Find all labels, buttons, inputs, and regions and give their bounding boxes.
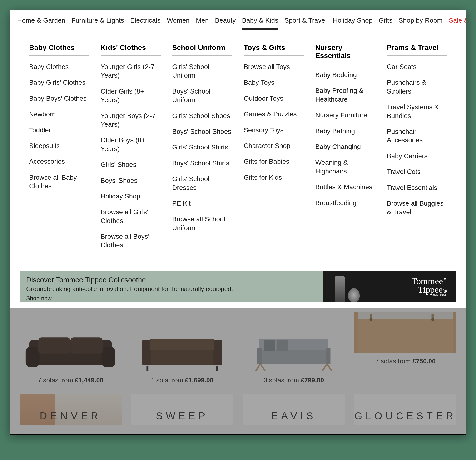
mega-link[interactable]: Browse all Girls' Clothes	[101, 208, 161, 225]
mega-link[interactable]: Baby Bedding	[315, 71, 375, 79]
nav-holiday-shop[interactable]: Holiday Shop	[333, 17, 373, 24]
mega-link[interactable]: Browse all School Uniform	[172, 215, 232, 232]
mega-col-baby-clothes: Baby Clothes Baby Clothes Baby Girls' Cl…	[29, 43, 89, 257]
mega-link[interactable]: Travel Cots	[387, 168, 447, 176]
nav-sale-offers[interactable]: Sale & Offers	[449, 17, 467, 24]
mega-link[interactable]: Boys' School Shirts	[172, 159, 232, 168]
nav-furniture-lights[interactable]: Furniture & Lights	[71, 17, 124, 24]
mega-link[interactable]: Gifts for Kids	[244, 173, 304, 182]
mega-link[interactable]: Games & Puzzles	[244, 110, 304, 119]
mega-heading: Prams & Travel	[387, 43, 447, 56]
mega-link[interactable]: Pushchair Accessories	[387, 127, 447, 145]
mega-link[interactable]: Car Seats	[387, 63, 447, 71]
mega-col-toys-gifts: Toys & Gifts Browse all Toys Baby Toys O…	[244, 43, 304, 257]
mega-link[interactable]: Breastfeeding	[315, 199, 375, 207]
mega-link[interactable]: PE Kit	[172, 199, 232, 208]
promo-shop-now-link[interactable]: Shop now	[26, 295, 52, 301]
mega-heading: Nursery Essentials	[315, 43, 375, 64]
nav-shop-by-room[interactable]: Shop by Room	[399, 17, 443, 24]
mega-heading: Baby Clothes	[29, 43, 89, 56]
mega-link[interactable]: Girls' School Shoes	[172, 112, 232, 120]
promo-image: Tommee✦ Tippee® BORN 1965	[323, 271, 457, 302]
nav-men[interactable]: Men	[196, 17, 209, 24]
mega-col-prams-travel: Prams & Travel Car Seats Pushchairs & St…	[387, 43, 447, 257]
nav-baby-kids[interactable]: Baby & Kids	[242, 17, 279, 24]
mega-link[interactable]: Baby Clothes	[29, 63, 89, 71]
mega-link[interactable]: Baby Changing	[315, 143, 375, 151]
nav-women[interactable]: Women	[167, 17, 190, 24]
mega-heading: Toys & Gifts	[244, 43, 304, 56]
mega-link[interactable]: Gifts for Babies	[244, 157, 304, 166]
mega-link[interactable]: Browse all Baby Clothes	[29, 173, 89, 191]
mega-link[interactable]: Baby Girls' Clothes	[29, 78, 89, 87]
mega-link[interactable]: Girls' School Shirts	[172, 143, 232, 152]
nav-beauty[interactable]: Beauty	[215, 17, 236, 24]
dimming-overlay	[10, 308, 466, 434]
mega-col-school-uniform: School Uniform Girls' School Uniform Boy…	[172, 43, 232, 257]
promo-text: Discover Tommee Tippee Colicsoothe Groun…	[19, 271, 323, 302]
mega-link[interactable]: Newborn	[29, 110, 89, 119]
mega-link[interactable]: Older Boys (8+ Years)	[101, 136, 161, 153]
promo-brand-logo: Tommee✦ Tippee® BORN 1965	[411, 277, 447, 296]
page-window: Home & Garden Furniture & Lights Electri…	[9, 9, 467, 434]
mega-col-kids-clothes: Kids' Clothes Younger Girls (2-7 Years) …	[101, 43, 161, 257]
mega-link[interactable]: Boys' School Shoes	[172, 127, 232, 136]
mega-heading: School Uniform	[172, 43, 232, 56]
mega-link[interactable]: Character Shop	[244, 142, 304, 150]
nav-home-garden[interactable]: Home & Garden	[17, 17, 65, 24]
mega-link[interactable]: Browse all Boys' Clothes	[101, 232, 161, 250]
mega-link[interactable]: Boys' School Uniform	[172, 87, 232, 104]
mega-link[interactable]: Baby Carriers	[387, 152, 447, 160]
mega-link[interactable]: Baby Bathing	[315, 127, 375, 136]
mega-link[interactable]: Outdoor Toys	[244, 94, 304, 103]
mega-link[interactable]: Sensory Toys	[244, 126, 304, 135]
mega-link[interactable]: Browse all Buggies & Travel	[387, 199, 447, 217]
jar-icon	[348, 288, 360, 302]
mega-link[interactable]: Baby Toys	[244, 78, 304, 87]
bottle-icon	[335, 276, 345, 302]
mega-link[interactable]: Weaning & Highchairs	[315, 158, 375, 176]
promo-banner[interactable]: Discover Tommee Tippee Colicsoothe Groun…	[19, 271, 457, 302]
mega-link[interactable]: Pushchairs & Strollers	[387, 78, 447, 96]
mega-heading: Kids' Clothes	[101, 43, 161, 56]
mega-link[interactable]: Bottles & Machines	[315, 183, 375, 191]
mega-col-nursery-essentials: Nursery Essentials Baby Bedding Baby Pro…	[315, 43, 375, 257]
mega-link[interactable]: Nursery Furniture	[315, 111, 375, 119]
mega-link[interactable]: Browse all Toys	[244, 63, 304, 71]
nav-sport-travel[interactable]: Sport & Travel	[284, 17, 327, 24]
nav-gifts[interactable]: Gifts	[379, 17, 392, 24]
mega-link[interactable]: Baby Proofing & Healthcare	[315, 86, 375, 104]
mega-link[interactable]: Travel Systems & Bundles	[387, 103, 447, 120]
mega-link[interactable]: Older Girls (8+ Years)	[101, 87, 161, 104]
top-nav: Home & Garden Furniture & Lights Electri…	[10, 10, 466, 29]
nav-electricals[interactable]: Electricals	[130, 17, 161, 24]
mega-link[interactable]: Girls' Shoes	[101, 160, 161, 169]
promo-subtitle: Groundbreaking anti-colic innovation. Eq…	[26, 285, 316, 293]
promo-title: Discover Tommee Tippee Colicsoothe	[26, 276, 316, 284]
mega-link[interactable]: Boys' Shoes	[101, 176, 161, 185]
mega-link[interactable]: Younger Boys (2-7 Years)	[101, 112, 161, 129]
mega-link[interactable]: Sleepsuits	[29, 142, 89, 150]
mega-link[interactable]: Travel Essentials	[387, 183, 447, 192]
mega-link[interactable]: Baby Boys' Clothes	[29, 94, 89, 103]
mega-menu: Baby Clothes Baby Clothes Baby Girls' Cl…	[10, 29, 466, 266]
mega-link[interactable]: Girls' School Dresses	[172, 175, 232, 192]
mega-link[interactable]: Accessories	[29, 157, 89, 166]
mega-link[interactable]: Toddler	[29, 126, 89, 135]
product-grid: 7 sofas from £1,449.00 1 sofa from £1,69…	[10, 308, 466, 434]
mega-link[interactable]: Holiday Shop	[101, 192, 161, 201]
mega-link[interactable]: Girls' School Uniform	[172, 63, 232, 80]
mega-link[interactable]: Younger Girls (2-7 Years)	[101, 63, 161, 80]
